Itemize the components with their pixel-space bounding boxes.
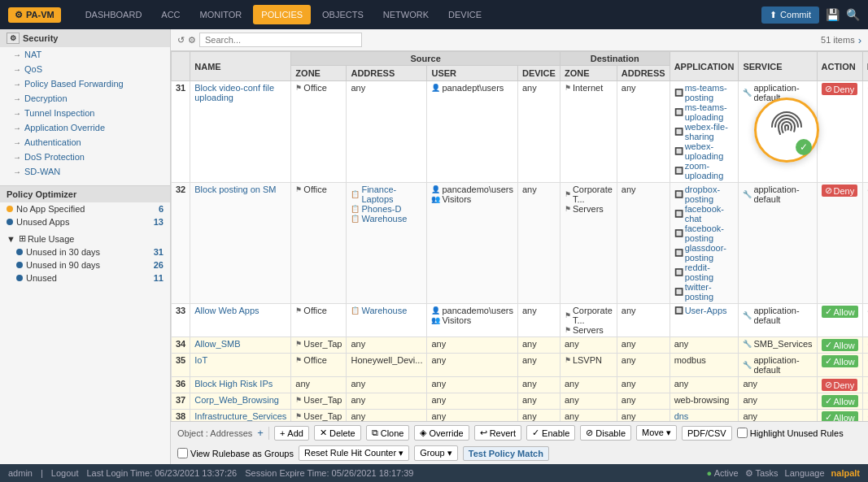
status-logout[interactable]: Logout	[51, 468, 79, 478]
save-icon[interactable]: 💾	[826, 8, 840, 21]
col-service[interactable]: SERVICE	[739, 52, 817, 81]
po-unused-90[interactable]: Unused in 90 days 26	[0, 258, 170, 271]
override-button[interactable]: ◈ Override	[414, 425, 469, 441]
row-source-address: any	[347, 81, 427, 183]
po-no-app[interactable]: No App Specified 6	[0, 202, 170, 215]
row-source-address: any	[347, 393, 427, 410]
row-profile: ⊙●▲◆	[862, 304, 868, 337]
nav-monitor[interactable]: MONITOR	[192, 5, 251, 24]
row-dest-address: any	[617, 183, 670, 304]
row-applications: web-browsing	[670, 393, 739, 410]
row-profile: ⊙●▲◆	[862, 183, 868, 304]
col-name[interactable]: NAME	[190, 52, 291, 81]
pdf-csv-button[interactable]: PDF/CSV	[682, 426, 732, 441]
row-dest-zone: any	[560, 410, 617, 422]
col-action[interactable]: ACTION	[817, 52, 862, 81]
view-rulebase-checkbox[interactable]	[177, 448, 188, 458]
row-applications: 🔲 User-Apps	[670, 304, 739, 337]
commit-icon: ⬆	[770, 10, 777, 20]
nav-dashboard[interactable]: DASHBOARD	[77, 5, 150, 24]
po-unused[interactable]: Unused 11	[0, 271, 170, 284]
sidebar-item-tunnel[interactable]: → Tunnel Inspection	[0, 106, 170, 120]
col-application[interactable]: APPLICATION	[670, 52, 739, 81]
search-nav-icon[interactable]: 🔍	[846, 8, 860, 21]
enable-icon: ✓	[532, 428, 539, 438]
view-rulebase-checkbox-label[interactable]: View Rulebase as Groups	[177, 448, 294, 458]
top-nav: ⚙ PA-VM DASHBOARD ACC MONITOR POLICIES O…	[0, 0, 868, 29]
col-source-zone[interactable]: ZONE	[291, 66, 347, 81]
status-tasks[interactable]: ⚙ Tasks	[745, 468, 779, 479]
row-name[interactable]: Corp_Web_Browsing	[190, 393, 291, 410]
row-source-zone: ⚑Office	[291, 81, 347, 183]
disable-button[interactable]: ⊘ Disable	[580, 425, 631, 441]
deny-icon3: ⊘	[825, 380, 832, 390]
revert-button[interactable]: ↩ Revert	[474, 425, 521, 441]
row-profile: ⊙	[862, 81, 868, 183]
col-source-user[interactable]: USER	[427, 66, 517, 81]
sidebar-item-sdwan[interactable]: → SD-WAN	[0, 164, 170, 179]
search-input[interactable]	[199, 33, 362, 47]
allow-icon3: ✓	[825, 396, 832, 406]
row-dest-address: any	[617, 304, 670, 337]
commit-button[interactable]: ⬆ Commit	[761, 7, 819, 24]
po-unused-apps[interactable]: Unused Apps 13	[0, 215, 170, 228]
col-dest-address[interactable]: ADDRESS	[617, 66, 670, 81]
col-profile[interactable]: PROFILE	[862, 52, 868, 81]
sidebar-item-appoverride[interactable]: → Application Override	[0, 120, 170, 135]
brand-logo: nalpalt	[831, 468, 860, 478]
row-source-device: any	[517, 393, 560, 410]
sidebar-decryption-label: Decryption	[24, 93, 68, 103]
sidebar-item-dos[interactable]: → DoS Protection	[0, 150, 170, 164]
allow-icon: ✓	[825, 306, 832, 317]
add-object-icon[interactable]: +	[257, 427, 264, 439]
col-num	[172, 52, 190, 81]
reset-hit-counter-button[interactable]: Reset Rule Hit Counter ▾	[299, 445, 409, 461]
checkmark-icon: ✓	[796, 139, 812, 155]
row-name[interactable]: Block High Risk IPs	[190, 377, 291, 393]
table-row: 34 Allow_SMB ⚑User_Tap any any any any a…	[172, 337, 869, 354]
row-applications: any	[670, 337, 739, 354]
test-policy-button[interactable]: Test Policy Match	[463, 446, 549, 461]
highlight-unused-checkbox[interactable]	[737, 428, 748, 438]
sidebar-item-decryption[interactable]: → Decryption	[0, 91, 170, 106]
next-page-arrow[interactable]: ›	[858, 34, 861, 46]
refresh-icon[interactable]: ↺	[177, 35, 185, 46]
nav-objects[interactable]: OBJECTS	[314, 5, 372, 24]
row-name[interactable]: IoT	[190, 354, 291, 377]
enable-button[interactable]: ✓ Enable	[526, 425, 575, 441]
policy-optimizer: Policy Optimizer No App Specified 6 Unus…	[0, 185, 170, 284]
row-service: any	[739, 410, 817, 422]
fingerprint-overlay: ✓	[754, 98, 819, 163]
group-button[interactable]: Group ▾	[414, 445, 458, 461]
clone-button[interactable]: ⧉ Clone	[366, 425, 410, 441]
row-dest-zone: ⚑LSVPN	[560, 354, 617, 377]
nav-acc[interactable]: ACC	[153, 5, 188, 24]
row-source-address: 📋 Finance-Laptops 📋 Phones-D 📋 Warehouse	[347, 183, 427, 304]
delete-button[interactable]: ✕ Delete	[314, 425, 361, 441]
sidebar-item-auth[interactable]: → Authentication	[0, 135, 170, 150]
row-name[interactable]: Allow Web Apps	[190, 304, 291, 337]
sidebar-pbf-label: Policy Based Forwarding	[24, 79, 124, 89]
nav-device[interactable]: DEVICE	[440, 5, 490, 24]
row-name[interactable]: Block posting on SM	[190, 183, 291, 304]
row-name[interactable]: Allow_SMB	[190, 337, 291, 354]
col-dest-zone[interactable]: ZONE	[560, 66, 617, 81]
status-language[interactable]: Language	[785, 468, 825, 478]
settings-icon[interactable]: ⚙	[188, 35, 196, 46]
sidebar-item-pbf[interactable]: → Policy Based Forwarding	[0, 76, 170, 91]
highlight-unused-checkbox-label[interactable]: Highlight Unused Rules	[737, 428, 844, 438]
status-user: admin	[8, 468, 33, 478]
row-num: 32	[172, 183, 190, 304]
nav-policies[interactable]: POLICIES	[253, 5, 311, 24]
row-dest-zone: ⚑ Corporate T... ⚑ Servers	[560, 183, 617, 304]
col-source-device[interactable]: DEVICE	[517, 66, 560, 81]
sidebar-item-qos[interactable]: → QoS	[0, 62, 170, 76]
sidebar-item-nat[interactable]: → NAT	[0, 47, 170, 62]
add-button[interactable]: + Add	[274, 426, 309, 441]
move-button[interactable]: Move ▾	[636, 425, 677, 441]
row-name[interactable]: Block video-conf file uploading	[190, 81, 291, 183]
nav-network[interactable]: NETWORK	[375, 5, 437, 24]
col-source-address[interactable]: ADDRESS	[347, 66, 427, 81]
po-unused-30[interactable]: Unused in 30 days 31	[0, 245, 170, 258]
row-name[interactable]: Infrastructure_Services	[190, 410, 291, 422]
